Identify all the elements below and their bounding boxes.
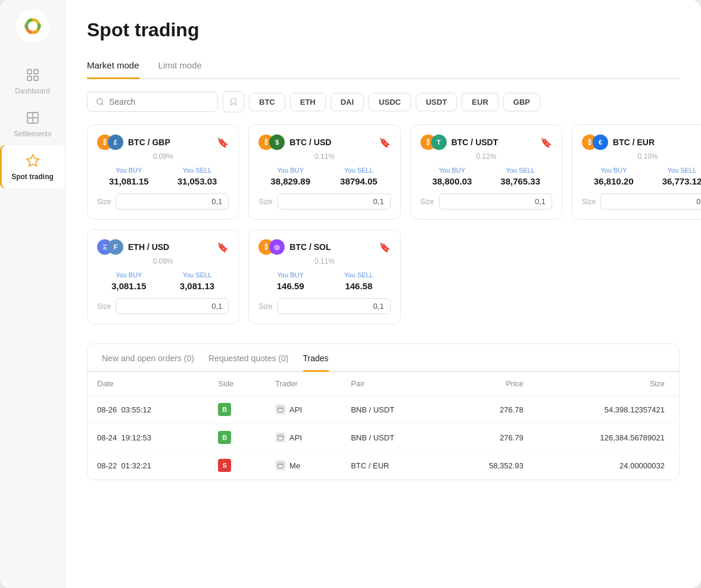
size-label: Size xyxy=(97,302,111,311)
size-input-btc-sol[interactable] xyxy=(278,298,391,314)
filter-gbp[interactable]: GBP xyxy=(503,93,540,111)
coin-icon-gbp: £ xyxy=(108,135,123,150)
filter-usdc[interactable]: USDC xyxy=(369,93,411,111)
pair-icons: ₿ ◎ xyxy=(258,239,285,255)
sidebar-item-settlements[interactable]: Settlements xyxy=(0,102,65,145)
col-trader: Trader xyxy=(266,372,341,396)
card-bookmark-eth-usd[interactable]: 🔖 xyxy=(217,242,229,253)
trading-cards-grid: ₿ £ BTC / GBP 🔖 0.09% You BUY 31,081.15 … xyxy=(87,124,680,324)
app-logo xyxy=(16,10,49,43)
svg-line-17 xyxy=(102,104,104,105)
tab-limit-mode[interactable]: Limit mode xyxy=(158,60,202,79)
filter-dai[interactable]: DAI xyxy=(331,93,364,111)
coin-icon-f: F xyxy=(108,239,123,255)
col-date: Date xyxy=(88,372,208,396)
buy-price: 36,810.20 xyxy=(582,176,646,186)
sell-price: 31,053.03 xyxy=(166,176,229,186)
size-input-btc-usd[interactable] xyxy=(278,193,391,209)
size-input-btc-eur[interactable] xyxy=(600,193,701,209)
tab-market-mode[interactable]: Market mode xyxy=(87,60,139,79)
size-input-btc-gbp[interactable] xyxy=(116,193,229,209)
svg-point-7 xyxy=(28,21,38,31)
filter-usdt[interactable]: USDT xyxy=(416,93,457,111)
spread-btc-sol: 0.11% xyxy=(258,257,390,265)
svg-marker-15 xyxy=(27,155,39,166)
sell-price: 38794.05 xyxy=(327,176,391,186)
cell-pair: BNB / USDT xyxy=(341,424,444,452)
trading-card-btc-usdt: ₿ T BTC / USDT 🔖 0.12% You BUY 38,800.03… xyxy=(410,124,562,220)
spread-btc-usd: 0.11% xyxy=(258,152,390,161)
spread-btc-gbp: 0.09% xyxy=(97,152,229,161)
svg-rect-20 xyxy=(278,435,283,440)
trading-card-btc-gbp: ₿ £ BTC / GBP 🔖 0.09% You BUY 31,081.15 … xyxy=(87,124,239,220)
search-input[interactable] xyxy=(109,97,192,107)
trader-icon xyxy=(275,460,286,471)
size-input-btc-usdt[interactable] xyxy=(439,193,552,209)
bottom-tabs: New and open orders (0) Requested quotes… xyxy=(88,344,679,372)
sell-price: 146.58 xyxy=(327,281,391,291)
size-input-eth-usd[interactable] xyxy=(116,298,229,314)
settlements-icon xyxy=(24,110,41,126)
sidebar-spot-trading-label: Spot trading xyxy=(11,173,54,181)
cell-trader: Me xyxy=(266,452,341,480)
pair-label: BTC / EUR xyxy=(613,137,655,147)
spread-eth-usd: 0.09% xyxy=(97,257,229,265)
sell-label: You SELL xyxy=(327,167,391,174)
trades-table: Date Side Trader Pair Price Size 08-26 0… xyxy=(88,372,679,480)
col-price: Price xyxy=(444,372,532,396)
filter-bar: BTC ETH DAI USDC USDT EUR GBP xyxy=(87,91,680,112)
card-bookmark-btc-gbp[interactable]: 🔖 xyxy=(217,137,229,148)
buy-label: You BUY xyxy=(97,167,161,174)
cell-size: 54,398.12357421 xyxy=(533,396,679,424)
svg-rect-8 xyxy=(27,70,32,74)
filter-btc[interactable]: BTC xyxy=(249,93,285,111)
tab-open-orders[interactable]: New and open orders (0) xyxy=(102,354,194,372)
tab-trades[interactable]: Trades xyxy=(303,354,329,372)
cell-date: 08-24 19:12:53 xyxy=(88,424,208,452)
bookmark-filter-button[interactable] xyxy=(223,91,244,112)
buy-price: 3,081.15 xyxy=(97,281,161,291)
col-pair: Pair xyxy=(341,372,444,396)
card-bookmark-btc-usdt[interactable]: 🔖 xyxy=(540,137,552,148)
trading-card-btc-sol: ₿ ◎ BTC / SOL 🔖 0.11% You BUY 146.59 You… xyxy=(248,229,400,324)
buy-label: You BUY xyxy=(420,167,484,174)
sidebar-item-dashboard[interactable]: Dashboard xyxy=(0,60,65,102)
cell-side: S xyxy=(208,452,266,480)
size-label: Size xyxy=(258,198,272,206)
svg-point-16 xyxy=(97,99,102,104)
pair-label: ETH / USD xyxy=(128,242,169,252)
col-size: Size xyxy=(533,372,679,396)
pair-icons: ₿ T xyxy=(420,135,447,150)
filter-eur[interactable]: EUR xyxy=(462,93,498,111)
sidebar-dashboard-label: Dashboard xyxy=(15,87,50,95)
cell-size: 126,384.56789021 xyxy=(533,424,679,452)
sell-label: You SELL xyxy=(166,271,229,279)
cell-pair: BNB / USDT xyxy=(341,396,444,424)
spread-btc-eur: 0.10% xyxy=(582,152,701,161)
filter-eth[interactable]: ETH xyxy=(290,93,326,111)
card-bookmark-btc-sol[interactable]: 🔖 xyxy=(379,242,391,253)
svg-rect-10 xyxy=(27,76,32,80)
search-box xyxy=(87,92,218,112)
pair-label: BTC / GBP xyxy=(128,137,170,147)
cell-size: 24.00000032 xyxy=(533,452,679,480)
page-title: Spot trading xyxy=(87,19,199,41)
cell-price: 276.78 xyxy=(444,396,532,424)
coin-icon-usd: $ xyxy=(269,135,285,150)
buy-price: 31,081.15 xyxy=(97,176,161,186)
coin-icon-usdt: T xyxy=(431,135,447,150)
cell-pair: BTC / EUR xyxy=(341,452,444,480)
pair-icons: Ξ F xyxy=(97,239,123,255)
trader-icon xyxy=(275,432,286,443)
svg-rect-18 xyxy=(278,407,283,412)
pair-icons: ₿ £ xyxy=(97,135,123,150)
tab-requested-quotes[interactable]: Requested quotes (0) xyxy=(208,354,289,372)
pair-icons: ₿ € xyxy=(582,135,608,150)
table-row: 08-24 19:12:53 B API BNB / USDT 276.79 1… xyxy=(88,424,679,452)
card-bookmark-btc-usd[interactable]: 🔖 xyxy=(379,137,391,148)
sell-price: 38,765.33 xyxy=(488,176,552,186)
coin-icon-sol: ◎ xyxy=(269,239,285,255)
svg-rect-11 xyxy=(34,76,38,80)
table-row: 08-22 01:32:21 S Me BTC / EUR 58,352.93 … xyxy=(88,452,679,480)
sidebar-item-spot-trading[interactable]: Spot trading xyxy=(0,145,65,188)
